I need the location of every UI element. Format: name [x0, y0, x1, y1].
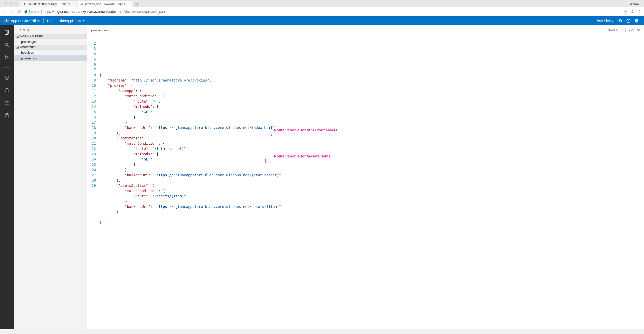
section-wwwroot[interactable]: ◢ WWWROOT	[14, 45, 87, 50]
code-favicon-icon: </>	[80, 2, 83, 6]
close-icon[interactable]: ×	[128, 2, 130, 6]
editor-header: proxies.json SAVED ×	[87, 25, 644, 35]
app-name-dropdown[interactable]: NGFunctionAppProxy ▼	[44, 19, 88, 23]
url-bar[interactable]: Secure | https://ngfunctionappproxy.scm.…	[24, 10, 621, 14]
code-line[interactable]: },	[99, 130, 281, 136]
code-line[interactable]: ]	[99, 162, 281, 167]
code-line[interactable]: "matchCondition": {	[99, 94, 281, 99]
user-label[interactable]: Pete Skelly	[593, 18, 616, 23]
code-line[interactable]: {	[99, 72, 281, 78]
tab-title: proxies.json - wwwroot - App S	[85, 2, 126, 6]
code-line[interactable]: },	[99, 167, 281, 173]
code-line[interactable]: "methods": [	[99, 151, 281, 157]
code-line[interactable]: "RootStatics": {	[99, 136, 281, 141]
secure-badge: Secure	[24, 10, 39, 14]
svg-line-13	[8, 46, 9, 47]
code-editor[interactable]: 1234567891011121314151617181920212223242…	[87, 35, 644, 329]
code-line[interactable]: "route": "/{staticasset}",	[99, 146, 281, 151]
svg-text:/>: />	[81, 2, 84, 5]
help-icon[interactable]	[624, 19, 632, 23]
azure-favicon-icon	[23, 2, 26, 6]
workbench: EXPLORE ◢ WORKING FILES proxies.json ◢ W…	[0, 25, 644, 329]
code-line[interactable]: "route": "/",	[99, 99, 281, 104]
code-line[interactable]: ]	[99, 115, 281, 120]
new-tab-button[interactable]: ▢	[133, 1, 139, 7]
chevron-down-icon: ◢	[17, 35, 19, 38]
browser-profile-label[interactable]: Azure	[627, 1, 642, 7]
run-icon[interactable]	[4, 74, 11, 81]
line-gutter: 1234567891011121314151617181920212223242…	[87, 35, 98, 329]
code-line[interactable]: "GET"	[99, 109, 281, 115]
refresh-icon[interactable]	[4, 112, 11, 119]
working-file-0[interactable]: proxies.json	[14, 39, 87, 45]
code-line[interactable]: "$schema": "http://json.schemastore.org/…	[99, 78, 281, 83]
svg-rect-4	[25, 11, 27, 13]
annotation-root-assets: Route variable for other root assets.	[274, 127, 339, 133]
code-line[interactable]: },	[99, 178, 281, 183]
code-line[interactable]: "BaseApp": {	[99, 88, 281, 94]
address-actions: ☆ ✲ ⋮	[624, 9, 641, 14]
code-line[interactable]: "methods": [	[99, 104, 281, 109]
extension-icon[interactable]: ✲	[631, 9, 634, 14]
back-button[interactable]: ←	[3, 9, 7, 14]
code-line[interactable]: "matchCondition": {	[99, 141, 281, 146]
activity-bar	[0, 25, 14, 329]
code-line[interactable]: "AssetsStatics": {	[99, 183, 281, 188]
code-line[interactable]: }	[99, 220, 281, 225]
code-line[interactable]: "matchCondition": {	[99, 188, 281, 194]
url-host: ngfunctionappproxy.scm.azurewebsites.net	[55, 10, 122, 14]
svg-marker-18	[7, 77, 8, 79]
svg-point-8	[636, 20, 636, 21]
explorer-icon[interactable]	[4, 29, 11, 36]
code-line[interactable]: },	[99, 120, 281, 125]
svg-point-12	[5, 43, 8, 46]
section-working-files[interactable]: ◢ WORKING FILES	[14, 34, 87, 39]
traffic-light-close[interactable]	[5, 2, 8, 5]
tab-strip: NGFunctionAppProxy - BaseAp × </> proxie…	[0, 0, 644, 7]
gear-icon[interactable]	[616, 19, 624, 23]
forward-button[interactable]: →	[10, 9, 15, 14]
star-icon[interactable]: ☆	[624, 9, 627, 14]
traffic-light-min[interactable]	[10, 2, 13, 5]
code-line[interactable]: },	[99, 199, 281, 204]
code-line[interactable]: "route": "/assets/{item}"	[99, 194, 281, 199]
close-icon[interactable]: ×	[72, 2, 74, 6]
browser-tab-1[interactable]: </> proxies.json - wwwroot - App S ×	[77, 0, 132, 7]
svg-point-21	[5, 114, 9, 117]
code-body[interactable]: Route variable for other root assets. ➘ …	[98, 35, 285, 329]
reload-button[interactable]: ⟳	[18, 9, 21, 14]
output-icon[interactable]	[4, 87, 11, 94]
brand-label: App Service Editor	[11, 19, 40, 23]
chevron-down-icon: ▼	[83, 20, 85, 22]
code-line[interactable]: "GET"	[99, 157, 281, 162]
svg-point-14	[5, 56, 6, 57]
smile-icon[interactable]	[632, 19, 640, 23]
brand[interactable]: </> App Service Editor	[4, 18, 44, 23]
search-icon[interactable]	[4, 41, 11, 48]
menu-icon[interactable]: ⋮	[637, 9, 641, 14]
git-icon[interactable]	[4, 54, 11, 61]
chevron-down-icon: ◢	[17, 46, 19, 49]
svg-point-15	[5, 58, 6, 59]
browser-tab-0[interactable]: NGFunctionAppProxy - BaseAp ×	[20, 0, 76, 7]
code-line[interactable]: "backendUri": "https://ngfuncappstore.bl…	[99, 173, 281, 178]
annotation-assets-items: Route variable for /assets items.	[274, 153, 332, 159]
code-line[interactable]: }	[99, 209, 281, 215]
open-preview-icon[interactable]	[629, 29, 633, 32]
console-icon[interactable]	[4, 99, 11, 106]
url-scheme: https://	[43, 10, 54, 14]
window-controls	[2, 0, 20, 7]
root-file-1[interactable]: proxies.json	[14, 55, 87, 61]
code-line[interactable]: "backendUri": "https://ngfuncappstore.bl…	[99, 204, 281, 209]
code-line[interactable]: }	[99, 215, 281, 220]
root-file-0[interactable]: host.json	[14, 50, 87, 55]
traffic-light-max[interactable]	[15, 2, 18, 5]
svg-point-16	[8, 57, 9, 58]
code-line[interactable]: "backendUri": "https://ngfuncappstore.bl…	[99, 125, 281, 130]
code-line[interactable]: "proxies": {	[99, 83, 281, 88]
close-editor-button[interactable]: ×	[637, 27, 640, 33]
explorer-sidebar: EXPLORE ◢ WORKING FILES proxies.json ◢ W…	[14, 25, 87, 329]
saved-indicator: SAVED	[608, 29, 618, 32]
svg-point-7	[635, 19, 638, 23]
split-editor-icon[interactable]	[622, 29, 626, 32]
